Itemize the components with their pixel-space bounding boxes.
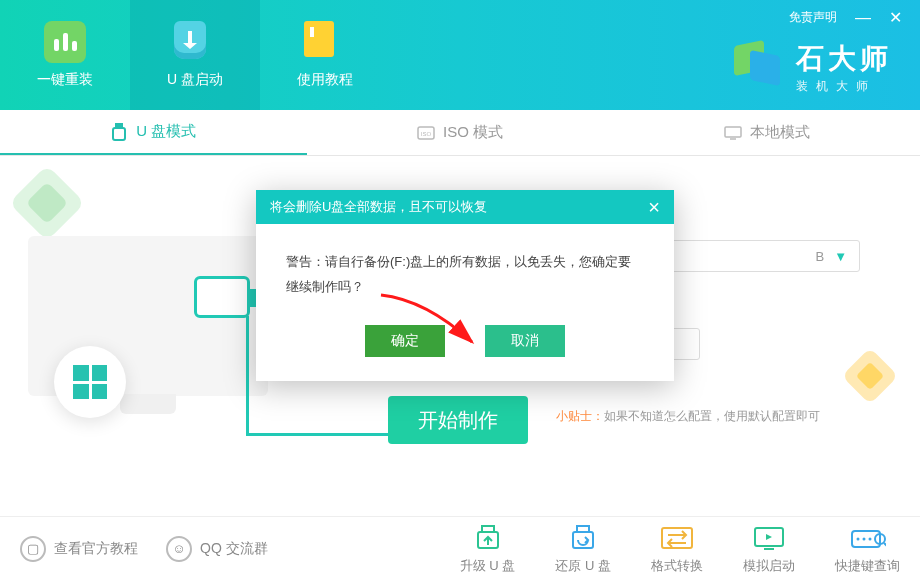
usb-illustration — [194, 276, 250, 318]
people-icon: ☺ — [166, 536, 192, 562]
cancel-button[interactable]: 取消 — [485, 325, 565, 357]
iso-icon: ISO — [417, 124, 435, 142]
brand-subtitle: 装机大师 — [796, 78, 892, 95]
action-icon — [565, 523, 601, 553]
dialog-body: 警告：请自行备份(F:)盘上的所有数据，以免丢失，您确定要继续制作吗？ — [256, 224, 674, 317]
bottom-action-2[interactable]: 格式转换 — [651, 523, 703, 575]
bars-icon — [54, 33, 77, 51]
book-icon — [304, 21, 334, 57]
bottom-action-1[interactable]: 还原 U 盘 — [555, 523, 611, 575]
qq-group-link[interactable]: ☺ QQ 交流群 — [166, 536, 268, 562]
svg-text:ISO: ISO — [421, 131, 432, 137]
action-icon — [659, 523, 695, 553]
book-open-icon: ▢ — [20, 536, 46, 562]
tab-usb-boot[interactable]: U 盘启动 — [130, 0, 260, 110]
official-tutorial-link[interactable]: ▢ 查看官方教程 — [20, 536, 138, 562]
svg-rect-10 — [662, 528, 692, 548]
tab-usb-mode[interactable]: U 盘模式 — [0, 110, 307, 155]
usb-icon — [110, 123, 128, 141]
brand-logo: 石大师 装机大师 — [734, 40, 892, 95]
minimize-button[interactable]: — — [855, 9, 871, 27]
tab-label: U 盘启动 — [167, 71, 223, 89]
confirm-dialog: 将会删除U盘全部数据，且不可以恢复 × 警告：请自行备份(F:)盘上的所有数据，… — [256, 190, 674, 381]
mode-tabs: U 盘模式 ISO ISO 模式 本地模式 — [0, 110, 920, 156]
logo-icon — [734, 43, 784, 93]
decoration — [0, 176, 280, 496]
svg-point-15 — [862, 537, 865, 540]
svg-rect-1 — [113, 128, 125, 140]
confirm-button[interactable]: 确定 — [365, 325, 445, 357]
disclaimer-link[interactable]: 免责声明 — [789, 9, 837, 26]
bottom-action-4[interactable]: 快捷键查询 — [835, 523, 900, 575]
start-create-button[interactable]: 开始制作 — [388, 396, 528, 444]
header-tabs: 一键重装 U 盘启动 使用教程 — [0, 0, 390, 110]
svg-rect-4 — [725, 127, 741, 137]
monitor-icon — [724, 124, 742, 142]
decoration-square — [842, 348, 899, 405]
dialog-title: 将会删除U盘全部数据，且不可以恢复 — [270, 198, 487, 216]
svg-point-16 — [868, 537, 871, 540]
svg-line-18 — [884, 543, 886, 547]
action-icon — [470, 523, 506, 553]
bottom-action-3[interactable]: 模拟启动 — [743, 523, 795, 575]
bottom-action-0[interactable]: 升级 U 盘 — [460, 523, 516, 575]
tab-local-mode[interactable]: 本地模式 — [613, 110, 920, 155]
close-button[interactable]: ✕ — [889, 8, 902, 27]
action-icon — [850, 523, 886, 553]
app-header: 一键重装 U 盘启动 使用教程 免责声明 — ✕ 石大师 装机大师 — [0, 0, 920, 110]
svg-point-14 — [856, 537, 859, 540]
bottom-bar: ▢ 查看官方教程 ☺ QQ 交流群 升级 U 盘还原 U 盘格式转换模拟启动快捷… — [0, 516, 920, 580]
shield-icon — [174, 21, 206, 59]
chevron-down-icon: ▼ — [834, 249, 847, 264]
tip-text: 小贴士：如果不知道怎么配置，使用默认配置即可 — [556, 408, 820, 425]
action-icon — [751, 523, 787, 553]
tab-tutorial[interactable]: 使用教程 — [260, 0, 390, 110]
tab-label: 一键重装 — [37, 71, 93, 89]
tab-iso-mode[interactable]: ISO ISO 模式 — [307, 110, 614, 155]
windows-logo-icon — [54, 346, 126, 418]
brand-title: 石大师 — [796, 40, 892, 78]
tab-label: 使用教程 — [297, 71, 353, 89]
dialog-close-icon[interactable]: × — [648, 196, 660, 219]
tab-reinstall[interactable]: 一键重装 — [0, 0, 130, 110]
